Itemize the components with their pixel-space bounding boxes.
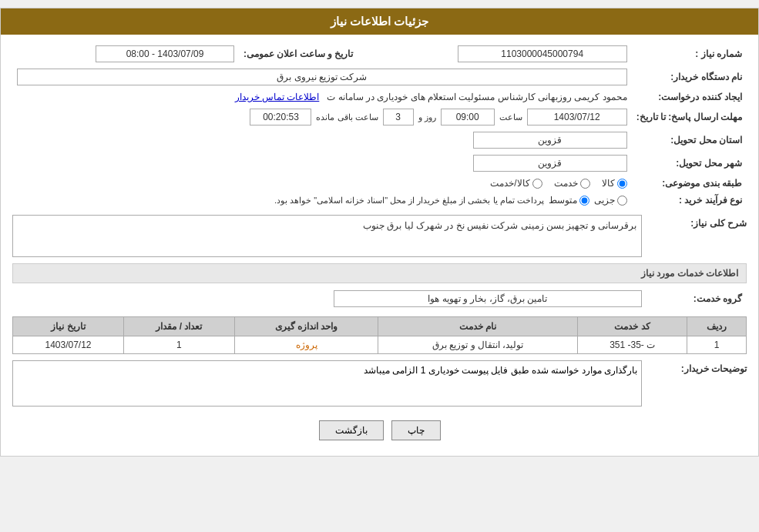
shomara-input: 1103000045000794 — [458, 45, 627, 62]
tabaqeh-kala-radio[interactable] — [617, 179, 627, 189]
sharh-container: برقرسانی و تجهیز بسن زمینی شرکت نفیس نخ … — [12, 215, 642, 257]
content-area: شماره نیاز : 1103000045000794 تاریخ و سا… — [1, 35, 758, 456]
ostan-label: استان محل تحویل: — [632, 129, 747, 152]
dastgah-label: نام دستگاه خریدار: — [632, 65, 747, 89]
tabaqeh-label: طبقه بندی موضوعی: — [632, 175, 747, 192]
date-input: 1403/07/12 — [527, 109, 627, 125]
col-name: نام خدمت — [378, 317, 578, 336]
cell-radif: 1 — [687, 336, 747, 354]
sharh-row: شرح کلی نیاز: برقرسانی و تجهیز بسن زمینی… — [12, 215, 747, 257]
noe-farayand-value: جزیی متوسط پرداخت تمام یا بخشی از مبلغ خ… — [12, 192, 632, 209]
cell-date: 1403/07/12 — [13, 336, 124, 354]
info-table: شماره نیاز : 1103000045000794 تاریخ و سا… — [12, 42, 747, 209]
noe-jozi[interactable]: جزیی — [594, 195, 627, 206]
tawzihat-textarea[interactable] — [12, 360, 642, 407]
col-quantity: تعداد / مقدار — [123, 317, 234, 336]
service-table: ردیف کد خدمت نام خدمت واحد اندازه گیری ت… — [12, 316, 747, 354]
ostan-input: قزوین — [473, 132, 627, 149]
shomara-value: 1103000045000794 — [358, 42, 631, 65]
col-unit: واحد اندازه گیری — [234, 317, 378, 336]
tawzihat-row: توضیحات خریدار: — [12, 360, 747, 407]
dastgah-input: شرکت توزیع نیروی برق — [17, 69, 627, 85]
ijad-label: ایجاد کننده درخواست: — [632, 89, 747, 105]
noe-farayand-label: نوع فرآیند خرید : — [632, 192, 747, 209]
print-button[interactable]: چاپ — [391, 420, 441, 440]
row-ijad: ایجاد کننده درخواست: محمود کریمی روزبهان… — [12, 89, 747, 105]
tabaqeh-kala-khadamat-label: کالا/خدمت — [490, 178, 529, 189]
service-table-body: 1 ت -35- 351 تولید، انتقال و توزیع برق پ… — [13, 336, 747, 354]
row-shomara: شماره نیاز : 1103000045000794 تاریخ و سا… — [12, 42, 747, 65]
noe-motawaset[interactable]: متوسط — [549, 195, 589, 206]
tarikho-saat-input: 1403/07/09 - 08:00 — [96, 45, 234, 62]
mohlat-row: 1403/07/12 ساعت 09:00 روز و 3 ساعت باقی … — [17, 109, 627, 125]
noe-farayand-row: جزیی متوسط پرداخت تمام یا بخشی از مبلغ خ… — [17, 195, 627, 206]
page-wrapper: جزئیات اطلاعات نیاز شماره نیاز : 1103000… — [0, 8, 759, 457]
service-table-head: ردیف کد خدمت نام خدمت واحد اندازه گیری ت… — [13, 317, 747, 336]
col-radif: ردیف — [687, 317, 747, 336]
tabaqeh-khadamat-radio[interactable] — [580, 179, 590, 189]
noe-farayand-note: پرداخت تمام یا بخشی از مبلغ خریدار از مح… — [274, 196, 544, 206]
tabaqeh-khadamat-label: خدمت — [554, 178, 578, 189]
etelaat-tamas-link[interactable]: اطلاعات تماس خریدار — [235, 92, 320, 102]
col-date: تاریخ نیاز — [13, 317, 124, 336]
row-shahr: شهر محل تحویل: قزوین — [12, 152, 747, 175]
row-ostan: استان محل تحویل: قزوین — [12, 129, 747, 152]
tabaqeh-kala-khadamat-radio[interactable] — [532, 179, 542, 189]
baghimande-input: 00:20:53 — [250, 109, 311, 125]
goroh-input: تامین برق، گاز، بخار و تهویه هوا — [334, 290, 642, 307]
dastgah-value: شرکت توزیع نیروی برق — [12, 65, 632, 89]
noe-motawaset-radio[interactable] — [579, 196, 589, 206]
noe-jozi-radio[interactable] — [617, 196, 627, 206]
tawzihat-label: توضیحات خریدار: — [646, 360, 747, 374]
cell-unit: پروژه — [234, 336, 378, 354]
noe-motawaset-label: متوسط — [549, 195, 577, 206]
sharh-label: شرح کلی نیاز: — [646, 215, 747, 229]
tabaqeh-kala[interactable]: کالا — [602, 178, 627, 189]
sharh-value: برقرسانی و تجهیز بسن زمینی شرکت نفیس نخ … — [12, 215, 642, 257]
ijad-value: محمود کریمی روزبهانی کارشناس مسئولیت است… — [12, 89, 632, 105]
cell-code: ت -35- 351 — [578, 336, 687, 354]
mohlat-value: 1403/07/12 ساعت 09:00 روز و 3 ساعت باقی … — [12, 105, 632, 129]
shahr-value: قزوین — [12, 152, 632, 175]
table-row: 1 ت -35- 351 تولید، انتقال و توزیع برق پ… — [13, 336, 747, 354]
saat-label: ساعت — [499, 112, 522, 122]
cell-quantity: 1 — [123, 336, 234, 354]
row-tabaqeh: طبقه بندی موضوعی: کالا خدمت — [12, 175, 747, 192]
ostan-value: قزوین — [12, 129, 632, 152]
tabaqeh-khadamat[interactable]: خدمت — [554, 178, 590, 189]
noe-jozi-label: جزیی — [594, 195, 615, 206]
tabaqeh-value: کالا خدمت کالا/خدمت — [12, 175, 632, 192]
page-title: جزئیات اطلاعات نیاز — [331, 15, 428, 28]
service-header-row: ردیف کد خدمت نام خدمت واحد اندازه گیری ت… — [13, 317, 747, 336]
khadamat-section-title: اطلاعات خدمات مورد نیاز — [12, 263, 747, 283]
roz-label: روز و — [418, 112, 436, 122]
col-code: کد خدمت — [578, 317, 687, 336]
goroh-label: گروه خدمت: — [646, 287, 747, 310]
button-row: چاپ بازگشت — [12, 413, 747, 448]
mohlat-label: مهلت ارسال پاسخ: تا تاریخ: — [632, 105, 747, 129]
saat-input: 09:00 — [441, 109, 495, 125]
row-dastgah: نام دستگاه خریدار: شرکت توزیع نیروی برق — [12, 65, 747, 89]
ijad-text: محمود کریمی روزبهانی کارشناس مسئولیت است… — [327, 92, 626, 102]
page-header: جزئیات اطلاعات نیاز — [1, 8, 758, 35]
row-goroh: گروه خدمت: تامین برق، گاز، بخار و تهویه … — [12, 287, 747, 310]
shomara-label: شماره نیاز : — [632, 42, 747, 65]
cell-name: تولید، انتقال و توزیع برق — [378, 336, 578, 354]
tarikho-saat-value: 1403/07/09 - 08:00 — [12, 42, 239, 65]
shahr-input: قزوین — [473, 155, 627, 172]
tabaqeh-kala-khadamat[interactable]: کالا/خدمت — [490, 178, 542, 189]
shahr-label: شهر محل تحویل: — [632, 152, 747, 175]
tabaqeh-kala-label: کالا — [602, 178, 615, 189]
goroh-table: گروه خدمت: تامین برق، گاز، بخار و تهویه … — [12, 287, 747, 310]
tarikho-saat-label: تاریخ و ساعت اعلان عمومی: — [239, 42, 358, 65]
roz-input: 3 — [383, 109, 414, 125]
tabaqeh-radiogroup: کالا خدمت کالا/خدمت — [17, 178, 627, 189]
tawzihat-container — [12, 360, 642, 407]
goroh-value: تامین برق، گاز، بخار و تهویه هوا — [12, 287, 646, 310]
baghimande-label: ساعت باقی مانده — [316, 112, 378, 122]
row-mohlat: مهلت ارسال پاسخ: تا تاریخ: 1403/07/12 سا… — [12, 105, 747, 129]
back-button[interactable]: بازگشت — [319, 420, 384, 440]
row-noe-farayand: نوع فرآیند خرید : جزیی متوسط پرداخت تمام… — [12, 192, 747, 209]
